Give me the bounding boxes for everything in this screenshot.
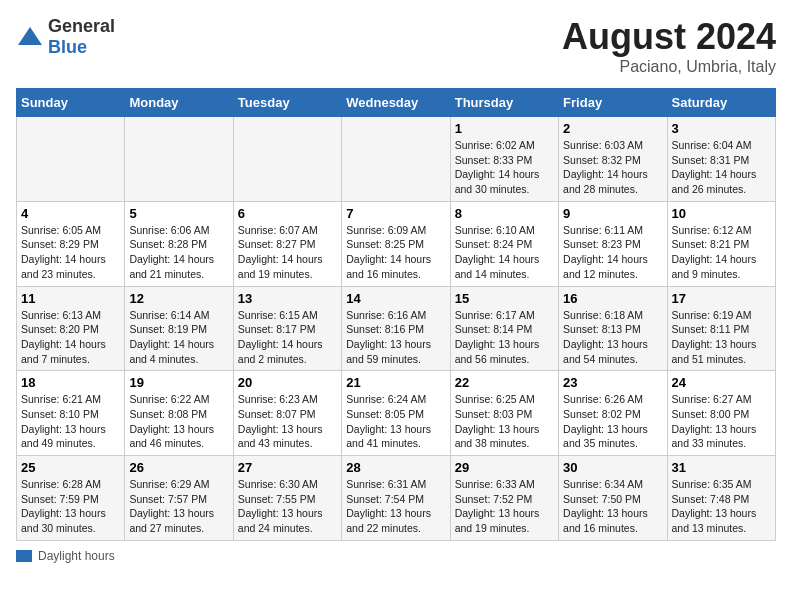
calendar-cell: 8Sunrise: 6:10 AM Sunset: 8:24 PM Daylig… (450, 201, 558, 286)
day-number: 6 (238, 206, 337, 221)
calendar-cell: 5Sunrise: 6:06 AM Sunset: 8:28 PM Daylig… (125, 201, 233, 286)
week-row: 25Sunrise: 6:28 AM Sunset: 7:59 PM Dayli… (17, 456, 776, 541)
day-number: 23 (563, 375, 662, 390)
calendar-cell: 21Sunrise: 6:24 AM Sunset: 8:05 PM Dayli… (342, 371, 450, 456)
calendar-cell: 14Sunrise: 6:16 AM Sunset: 8:16 PM Dayli… (342, 286, 450, 371)
day-number: 5 (129, 206, 228, 221)
week-row: 18Sunrise: 6:21 AM Sunset: 8:10 PM Dayli… (17, 371, 776, 456)
header-cell-wednesday: Wednesday (342, 89, 450, 117)
header-cell-tuesday: Tuesday (233, 89, 341, 117)
day-number: 20 (238, 375, 337, 390)
title-section: August 2024 Paciano, Umbria, Italy (562, 16, 776, 76)
header-cell-friday: Friday (559, 89, 667, 117)
day-info: Sunrise: 6:22 AM Sunset: 8:08 PM Dayligh… (129, 392, 228, 451)
legend-box (16, 550, 32, 562)
day-number: 31 (672, 460, 771, 475)
calendar-cell: 6Sunrise: 6:07 AM Sunset: 8:27 PM Daylig… (233, 201, 341, 286)
day-info: Sunrise: 6:11 AM Sunset: 8:23 PM Dayligh… (563, 223, 662, 282)
svg-marker-0 (18, 27, 42, 45)
day-info: Sunrise: 6:29 AM Sunset: 7:57 PM Dayligh… (129, 477, 228, 536)
day-info: Sunrise: 6:19 AM Sunset: 8:11 PM Dayligh… (672, 308, 771, 367)
day-number: 24 (672, 375, 771, 390)
day-info: Sunrise: 6:31 AM Sunset: 7:54 PM Dayligh… (346, 477, 445, 536)
calendar-cell: 23Sunrise: 6:26 AM Sunset: 8:02 PM Dayli… (559, 371, 667, 456)
day-number: 30 (563, 460, 662, 475)
day-info: Sunrise: 6:09 AM Sunset: 8:25 PM Dayligh… (346, 223, 445, 282)
day-info: Sunrise: 6:30 AM Sunset: 7:55 PM Dayligh… (238, 477, 337, 536)
day-number: 16 (563, 291, 662, 306)
day-number: 3 (672, 121, 771, 136)
day-info: Sunrise: 6:17 AM Sunset: 8:14 PM Dayligh… (455, 308, 554, 367)
day-info: Sunrise: 6:14 AM Sunset: 8:19 PM Dayligh… (129, 308, 228, 367)
calendar-cell: 27Sunrise: 6:30 AM Sunset: 7:55 PM Dayli… (233, 456, 341, 541)
header-cell-monday: Monday (125, 89, 233, 117)
calendar-cell: 10Sunrise: 6:12 AM Sunset: 8:21 PM Dayli… (667, 201, 775, 286)
day-number: 19 (129, 375, 228, 390)
day-info: Sunrise: 6:12 AM Sunset: 8:21 PM Dayligh… (672, 223, 771, 282)
main-title: August 2024 (562, 16, 776, 58)
calendar-cell: 18Sunrise: 6:21 AM Sunset: 8:10 PM Dayli… (17, 371, 125, 456)
day-number: 2 (563, 121, 662, 136)
calendar-cell: 7Sunrise: 6:09 AM Sunset: 8:25 PM Daylig… (342, 201, 450, 286)
day-info: Sunrise: 6:06 AM Sunset: 8:28 PM Dayligh… (129, 223, 228, 282)
day-number: 10 (672, 206, 771, 221)
calendar-cell: 16Sunrise: 6:18 AM Sunset: 8:13 PM Dayli… (559, 286, 667, 371)
calendar-cell: 29Sunrise: 6:33 AM Sunset: 7:52 PM Dayli… (450, 456, 558, 541)
logo-text-general: General (48, 16, 115, 36)
day-number: 28 (346, 460, 445, 475)
day-info: Sunrise: 6:05 AM Sunset: 8:29 PM Dayligh… (21, 223, 120, 282)
header-cell-saturday: Saturday (667, 89, 775, 117)
calendar-cell (125, 117, 233, 202)
day-info: Sunrise: 6:02 AM Sunset: 8:33 PM Dayligh… (455, 138, 554, 197)
calendar-cell: 17Sunrise: 6:19 AM Sunset: 8:11 PM Dayli… (667, 286, 775, 371)
day-number: 29 (455, 460, 554, 475)
calendar-cell: 25Sunrise: 6:28 AM Sunset: 7:59 PM Dayli… (17, 456, 125, 541)
day-info: Sunrise: 6:28 AM Sunset: 7:59 PM Dayligh… (21, 477, 120, 536)
day-info: Sunrise: 6:16 AM Sunset: 8:16 PM Dayligh… (346, 308, 445, 367)
page-header: General Blue August 2024 Paciano, Umbria… (16, 16, 776, 76)
week-row: 1Sunrise: 6:02 AM Sunset: 8:33 PM Daylig… (17, 117, 776, 202)
day-info: Sunrise: 6:13 AM Sunset: 8:20 PM Dayligh… (21, 308, 120, 367)
day-number: 12 (129, 291, 228, 306)
calendar-cell (342, 117, 450, 202)
day-info: Sunrise: 6:07 AM Sunset: 8:27 PM Dayligh… (238, 223, 337, 282)
day-info: Sunrise: 6:04 AM Sunset: 8:31 PM Dayligh… (672, 138, 771, 197)
footer: Daylight hours (16, 549, 776, 563)
day-number: 18 (21, 375, 120, 390)
day-number: 8 (455, 206, 554, 221)
header-cell-sunday: Sunday (17, 89, 125, 117)
day-info: Sunrise: 6:24 AM Sunset: 8:05 PM Dayligh… (346, 392, 445, 451)
day-info: Sunrise: 6:23 AM Sunset: 8:07 PM Dayligh… (238, 392, 337, 451)
week-row: 4Sunrise: 6:05 AM Sunset: 8:29 PM Daylig… (17, 201, 776, 286)
day-number: 4 (21, 206, 120, 221)
week-row: 11Sunrise: 6:13 AM Sunset: 8:20 PM Dayli… (17, 286, 776, 371)
day-info: Sunrise: 6:21 AM Sunset: 8:10 PM Dayligh… (21, 392, 120, 451)
day-info: Sunrise: 6:18 AM Sunset: 8:13 PM Dayligh… (563, 308, 662, 367)
day-number: 25 (21, 460, 120, 475)
header-row: SundayMondayTuesdayWednesdayThursdayFrid… (17, 89, 776, 117)
day-info: Sunrise: 6:27 AM Sunset: 8:00 PM Dayligh… (672, 392, 771, 451)
day-number: 1 (455, 121, 554, 136)
day-info: Sunrise: 6:03 AM Sunset: 8:32 PM Dayligh… (563, 138, 662, 197)
calendar-cell: 2Sunrise: 6:03 AM Sunset: 8:32 PM Daylig… (559, 117, 667, 202)
calendar-cell (233, 117, 341, 202)
calendar-table: SundayMondayTuesdayWednesdayThursdayFrid… (16, 88, 776, 541)
day-info: Sunrise: 6:33 AM Sunset: 7:52 PM Dayligh… (455, 477, 554, 536)
header-cell-thursday: Thursday (450, 89, 558, 117)
day-info: Sunrise: 6:25 AM Sunset: 8:03 PM Dayligh… (455, 392, 554, 451)
calendar-cell: 3Sunrise: 6:04 AM Sunset: 8:31 PM Daylig… (667, 117, 775, 202)
logo: General Blue (16, 16, 115, 58)
day-number: 26 (129, 460, 228, 475)
day-info: Sunrise: 6:26 AM Sunset: 8:02 PM Dayligh… (563, 392, 662, 451)
calendar-cell: 22Sunrise: 6:25 AM Sunset: 8:03 PM Dayli… (450, 371, 558, 456)
calendar-cell: 9Sunrise: 6:11 AM Sunset: 8:23 PM Daylig… (559, 201, 667, 286)
calendar-cell: 1Sunrise: 6:02 AM Sunset: 8:33 PM Daylig… (450, 117, 558, 202)
day-info: Sunrise: 6:35 AM Sunset: 7:48 PM Dayligh… (672, 477, 771, 536)
day-number: 15 (455, 291, 554, 306)
calendar-cell: 4Sunrise: 6:05 AM Sunset: 8:29 PM Daylig… (17, 201, 125, 286)
calendar-cell: 19Sunrise: 6:22 AM Sunset: 8:08 PM Dayli… (125, 371, 233, 456)
calendar-cell: 24Sunrise: 6:27 AM Sunset: 8:00 PM Dayli… (667, 371, 775, 456)
day-number: 13 (238, 291, 337, 306)
calendar-cell: 31Sunrise: 6:35 AM Sunset: 7:48 PM Dayli… (667, 456, 775, 541)
calendar-cell: 26Sunrise: 6:29 AM Sunset: 7:57 PM Dayli… (125, 456, 233, 541)
